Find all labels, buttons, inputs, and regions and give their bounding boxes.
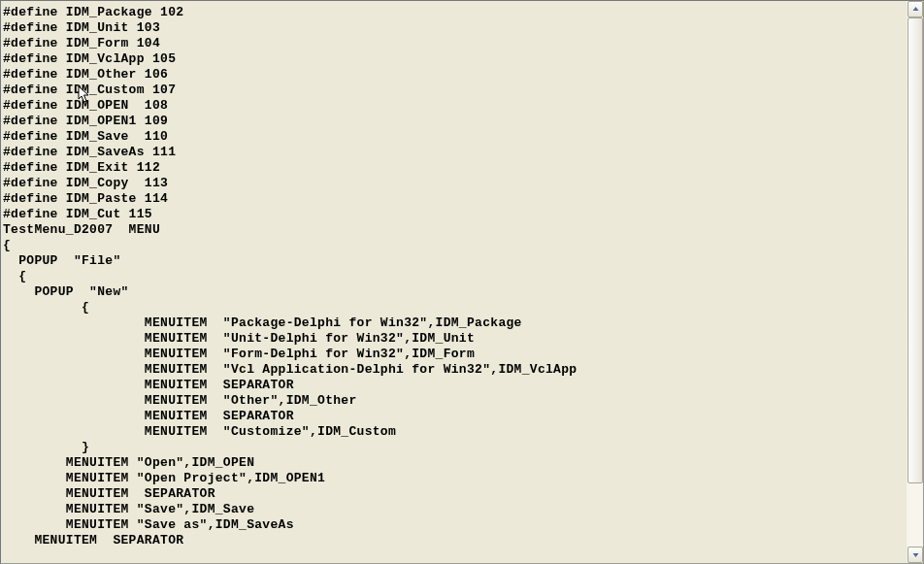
vertical-scrollbar[interactable] — [907, 1, 923, 563]
chevron-down-icon — [912, 547, 919, 562]
code-line[interactable]: MENUITEM SEPARATOR — [3, 378, 905, 393]
code-line[interactable]: MENUITEM "Other",IDM_Other — [3, 393, 905, 409]
code-line[interactable]: #define IDM_Exit 112 — [3, 160, 905, 176]
code-line[interactable]: #define IDM_Paste 114 — [3, 191, 905, 207]
code-line[interactable]: { — [3, 269, 905, 284]
code-line[interactable]: #define IDM_Save 110 — [3, 129, 905, 145]
code-line[interactable]: MENUITEM "Save",IDM_Save — [3, 502, 905, 517]
scroll-up-button[interactable] — [908, 1, 923, 17]
code-line[interactable]: MENUITEM SEPARATOR — [3, 486, 905, 502]
code-line[interactable]: #define IDM_Copy 113 — [3, 176, 905, 191]
scroll-down-button[interactable] — [908, 547, 923, 563]
code-line[interactable]: #define IDM_Custom 107 — [3, 83, 905, 98]
code-line[interactable]: MENUITEM "Unit-Delphi for Win32",IDM_Uni… — [3, 331, 905, 347]
code-editor-pane: #define IDM_Package 102#define IDM_Unit … — [0, 0, 924, 564]
code-line[interactable]: #define IDM_OPEN1 109 — [3, 114, 905, 129]
code-line[interactable]: #define IDM_VclApp 105 — [3, 51, 905, 67]
code-line[interactable]: MENUITEM SEPARATOR — [3, 533, 905, 548]
scroll-track[interactable] — [908, 17, 923, 547]
code-line[interactable]: MENUITEM "Vcl Application-Delphi for Win… — [3, 362, 905, 378]
code-line[interactable]: { — [3, 300, 905, 315]
code-line[interactable]: } — [3, 440, 905, 455]
code-line[interactable]: #define IDM_Form 104 — [3, 36, 905, 51]
code-line[interactable]: #define IDM_Other 106 — [3, 67, 905, 83]
code-line[interactable]: MENUITEM "Form-Delphi for Win32",IDM_For… — [3, 347, 905, 362]
code-line[interactable]: MENUITEM "Open",IDM_OPEN — [3, 455, 905, 471]
code-line[interactable]: #define IDM_Package 102 — [3, 5, 905, 20]
code-line[interactable]: #define IDM_OPEN 108 — [3, 98, 905, 114]
code-line[interactable]: { — [3, 238, 905, 253]
code-line[interactable]: POPUP "File" — [3, 253, 905, 269]
code-line[interactable]: MENUITEM "Open Project",IDM_OPEN1 — [3, 471, 905, 486]
code-line[interactable]: MENUITEM "Package-Delphi for Win32",IDM_… — [3, 315, 905, 331]
code-line[interactable]: MENUITEM SEPARATOR — [3, 409, 905, 424]
code-line[interactable]: POPUP "New" — [3, 284, 905, 300]
code-line[interactable]: TestMenu_D2007 MENU — [3, 222, 905, 238]
chevron-up-icon — [912, 2, 919, 17]
code-line[interactable]: MENUITEM "Save as",IDM_SaveAs — [3, 517, 905, 533]
code-line[interactable]: #define IDM_SaveAs 111 — [3, 145, 905, 160]
code-content[interactable]: #define IDM_Package 102#define IDM_Unit … — [1, 1, 907, 563]
code-line[interactable]: #define IDM_Cut 115 — [3, 207, 905, 222]
code-line[interactable]: MENUITEM "Customize",IDM_Custom — [3, 424, 905, 440]
code-line[interactable]: #define IDM_Unit 103 — [3, 20, 905, 36]
scroll-thumb[interactable] — [908, 17, 923, 483]
